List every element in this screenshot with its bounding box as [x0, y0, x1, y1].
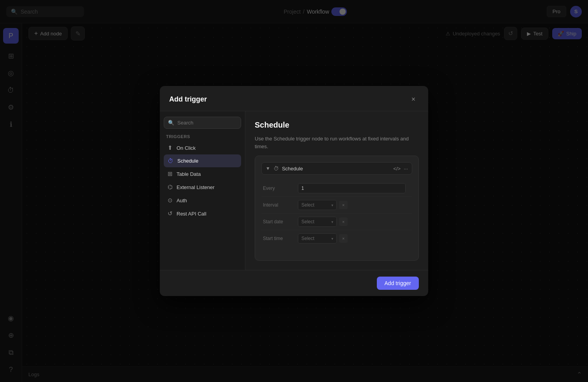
trigger-item-schedule[interactable]: ⏱ Schedule: [164, 154, 241, 167]
schedule-description: Use the Schedule trigger node to run wor…: [255, 135, 419, 150]
trigger-item-table-data-label: Table Data: [177, 171, 201, 177]
trigger-search[interactable]: 🔍: [164, 117, 241, 129]
table-row: Start time Select ▾ ×: [261, 230, 412, 247]
modal-overlay: Add trigger × 🔍 Triggers ⬆ On Click ⏱ Sc…: [0, 0, 588, 382]
clock-preview-icon: ⏱: [273, 165, 279, 172]
start-time-select-label: Select: [301, 236, 314, 241]
code-icon: </>: [393, 166, 401, 172]
table-icon: ⊞: [168, 170, 173, 177]
arrow-icon: ▼: [266, 166, 270, 171]
modal-footer: Add trigger: [160, 270, 428, 296]
field-label-every: Every: [261, 180, 296, 197]
modal-close-button[interactable]: ×: [408, 94, 419, 105]
interval-cell: Select ▾ ×: [298, 200, 406, 210]
auth-icon: ⊙: [168, 197, 173, 204]
chevron-down-icon: ▾: [331, 203, 333, 207]
chevron-down-icon: ▾: [331, 237, 333, 241]
add-trigger-modal: Add trigger × 🔍 Triggers ⬆ On Click ⏱ Sc…: [160, 86, 428, 296]
start-time-cell: Select ▾ ×: [298, 233, 406, 244]
modal-body: 🔍 Triggers ⬆ On Click ⏱ Schedule ⊞ Table…: [160, 111, 428, 270]
start-date-cell: Select ▾ ×: [298, 217, 406, 227]
trigger-item-on-click[interactable]: ⬆ On Click: [164, 141, 241, 154]
modal-right-panel: Schedule Use the Schedule trigger node t…: [245, 111, 428, 270]
field-label-start-time: Start time: [261, 230, 296, 247]
table-row: Start date Select ▾ ×: [261, 214, 412, 230]
every-input[interactable]: [298, 183, 406, 193]
field-value-interval: Select ▾ ×: [296, 197, 407, 214]
chevron-down-icon: ▾: [331, 220, 333, 224]
trigger-item-rest-api-call-label: Rest API Call: [177, 211, 206, 217]
api-icon: ↺: [168, 210, 173, 217]
schedule-icon: ⏱: [168, 158, 173, 164]
table-row: Every: [261, 180, 412, 197]
field-label-interval: Interval: [261, 197, 296, 214]
trigger-search-input[interactable]: [177, 120, 237, 126]
trigger-item-auth-label: Auth: [177, 198, 187, 203]
preview-node-header: ▼ ⏱ Schedule </> ···: [261, 162, 412, 175]
start-date-clear-button[interactable]: ×: [339, 217, 348, 226]
more-icon: ···: [404, 166, 408, 172]
start-time-select[interactable]: Select ▾: [298, 233, 337, 244]
cursor-icon: ⬆: [168, 144, 173, 151]
schedule-title: Schedule: [255, 121, 419, 130]
trigger-item-table-data[interactable]: ⊞ Table Data: [164, 167, 241, 180]
trigger-item-auth[interactable]: ⊙ Auth: [164, 194, 241, 207]
field-value-start-date: Select ▾ ×: [296, 214, 407, 230]
field-value-every: [296, 180, 407, 197]
start-date-select-label: Select: [301, 219, 314, 224]
start-time-clear-button[interactable]: ×: [339, 234, 348, 243]
modal-header: Add trigger ×: [160, 86, 428, 111]
trigger-item-on-click-label: On Click: [177, 145, 196, 151]
modal-title: Add trigger: [169, 95, 207, 103]
interval-clear-button[interactable]: ×: [339, 201, 348, 209]
preview-table: Every Interval: [261, 180, 412, 247]
trigger-item-rest-api-call[interactable]: ↺ Rest API Call: [164, 207, 241, 220]
start-date-select[interactable]: Select ▾: [298, 217, 337, 227]
trigger-item-schedule-label: Schedule: [177, 158, 198, 164]
interval-select-label: Select: [301, 202, 314, 208]
modal-left-panel: 🔍 Triggers ⬆ On Click ⏱ Schedule ⊞ Table…: [160, 111, 245, 270]
trigger-item-external-listener[interactable]: ⌬ External Listener: [164, 180, 241, 194]
preview-node-label: Schedule: [282, 166, 390, 172]
triggers-section-label: Triggers: [164, 134, 241, 141]
table-row: Interval Select ▾ ×: [261, 197, 412, 214]
trigger-item-external-listener-label: External Listener: [177, 184, 215, 190]
add-trigger-button[interactable]: Add trigger: [377, 277, 419, 290]
interval-select[interactable]: Select ▾: [298, 200, 337, 210]
schedule-preview: ▼ ⏱ Schedule </> ··· Every: [255, 156, 419, 261]
field-label-start-date: Start date: [261, 214, 296, 230]
trigger-search-icon: 🔍: [168, 120, 174, 126]
field-value-start-time: Select ▾ ×: [296, 230, 407, 247]
listener-icon: ⌬: [168, 184, 173, 191]
